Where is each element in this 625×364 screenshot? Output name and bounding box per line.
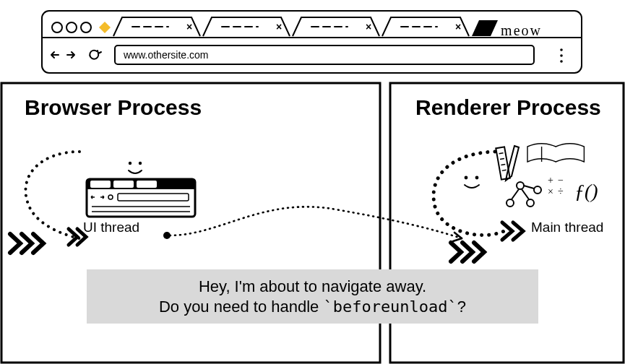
svg-rect-22	[496, 147, 509, 179]
svg-text:−: −	[558, 175, 564, 186]
svg-line-25	[501, 164, 505, 165]
function-icon: ƒ()	[574, 180, 598, 202]
browser-process-title: Browser Process	[25, 95, 202, 120]
tab[interactable]: ×	[203, 17, 290, 36]
svg-point-7	[560, 54, 563, 57]
svg-point-8	[560, 60, 563, 63]
tree-graph-icon	[507, 182, 541, 207]
svg-point-29	[507, 199, 514, 207]
svg-text:×: ×	[548, 186, 553, 197]
svg-line-34	[524, 186, 534, 188]
tab[interactable]: ×	[382, 17, 469, 36]
chevrons-icon	[7, 231, 51, 256]
svg-point-20	[465, 176, 468, 180]
svg-point-16	[108, 195, 113, 199]
svg-line-26	[502, 170, 507, 170]
tab-close-icon[interactable]: ×	[276, 21, 282, 32]
svg-point-31	[534, 186, 541, 194]
forward-button[interactable]	[67, 52, 74, 58]
svg-text:÷: ÷	[558, 186, 564, 197]
tab[interactable]: ×	[113, 17, 200, 36]
diamond-icon	[99, 22, 111, 33]
new-tab-button[interactable]	[472, 20, 498, 36]
ipc-message-line1: Hey, I'm about to navigate away.	[101, 277, 524, 297]
reload-button[interactable]	[90, 51, 101, 59]
svg-rect-17	[118, 194, 189, 201]
svg-line-33	[522, 189, 529, 199]
tab-close-icon[interactable]: ×	[455, 21, 461, 32]
svg-point-9	[129, 162, 132, 165]
window-control-icon	[52, 22, 62, 32]
svg-point-28	[517, 182, 524, 189]
browser-window: × × × × www.othersite.com	[41, 10, 582, 74]
svg-rect-13	[90, 181, 111, 188]
math-icon: +− ×÷	[548, 175, 564, 197]
svg-line-23	[499, 153, 504, 154]
main-thread-label: Main thread	[531, 220, 603, 235]
book-icon	[527, 144, 584, 162]
svg-rect-14	[113, 181, 134, 188]
ruler-icon	[496, 147, 509, 179]
svg-point-30	[527, 199, 534, 207]
svg-line-32	[512, 189, 519, 199]
browser-brand: meow	[501, 22, 542, 39]
address-bar-text: www.othersite.com	[123, 49, 208, 61]
renderer-process-title: Renderer Process	[415, 95, 601, 120]
ui-thread-label: UI thread	[83, 220, 139, 235]
svg-rect-15	[137, 181, 157, 188]
overflow-menu-icon[interactable]	[560, 48, 563, 63]
tab-close-icon[interactable]: ×	[186, 21, 192, 32]
ipc-message-line2: Do you need to handle `beforeunload`?	[101, 297, 524, 317]
ipc-arrow	[163, 201, 473, 251]
tab-close-icon[interactable]: ×	[366, 21, 371, 32]
svg-point-21	[475, 176, 479, 180]
svg-line-24	[500, 159, 504, 160]
back-button[interactable]	[51, 52, 59, 58]
tab[interactable]: ×	[293, 17, 379, 36]
window-control-icon	[81, 22, 91, 32]
window-control-icon	[66, 22, 77, 32]
svg-text:+: +	[548, 175, 553, 186]
ipc-message-bubble: Hey, I'm about to navigate away. Do you …	[87, 269, 538, 324]
svg-point-10	[139, 162, 142, 165]
svg-point-6	[560, 48, 563, 51]
